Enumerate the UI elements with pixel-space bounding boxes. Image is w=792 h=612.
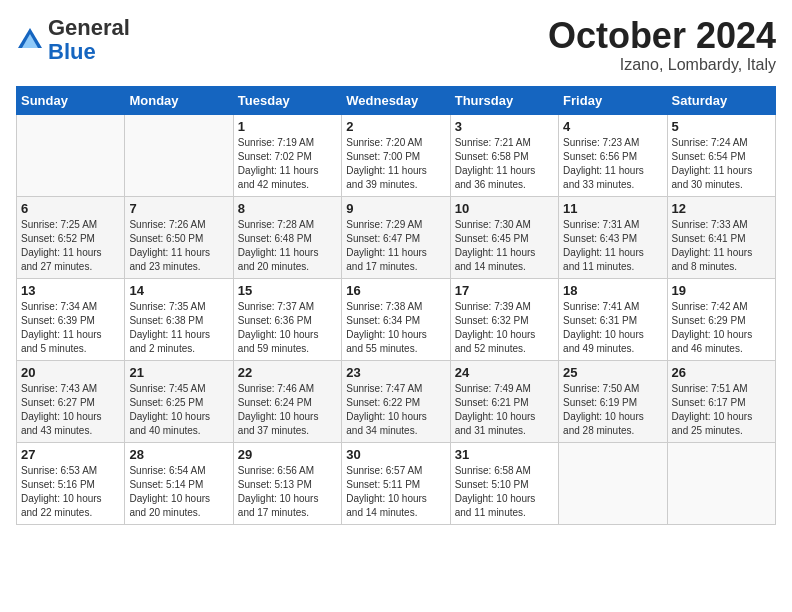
day-detail: Sunrise: 7:37 AM Sunset: 6:36 PM Dayligh… — [238, 300, 337, 356]
calendar-week-row: 13Sunrise: 7:34 AM Sunset: 6:39 PM Dayli… — [17, 278, 776, 360]
calendar-cell: 27Sunrise: 6:53 AM Sunset: 5:16 PM Dayli… — [17, 442, 125, 524]
weekday-header-cell: Tuesday — [233, 86, 341, 114]
calendar-cell: 21Sunrise: 7:45 AM Sunset: 6:25 PM Dayli… — [125, 360, 233, 442]
calendar-cell: 16Sunrise: 7:38 AM Sunset: 6:34 PM Dayli… — [342, 278, 450, 360]
calendar-cell: 29Sunrise: 6:56 AM Sunset: 5:13 PM Dayli… — [233, 442, 341, 524]
day-detail: Sunrise: 7:26 AM Sunset: 6:50 PM Dayligh… — [129, 218, 228, 274]
calendar-cell: 13Sunrise: 7:34 AM Sunset: 6:39 PM Dayli… — [17, 278, 125, 360]
day-detail: Sunrise: 7:47 AM Sunset: 6:22 PM Dayligh… — [346, 382, 445, 438]
day-number: 23 — [346, 365, 445, 380]
day-number: 25 — [563, 365, 662, 380]
logo-text: General Blue — [48, 16, 130, 64]
day-detail: Sunrise: 7:33 AM Sunset: 6:41 PM Dayligh… — [672, 218, 771, 274]
weekday-header-cell: Thursday — [450, 86, 558, 114]
calendar-cell: 3Sunrise: 7:21 AM Sunset: 6:58 PM Daylig… — [450, 114, 558, 196]
calendar-cell: 23Sunrise: 7:47 AM Sunset: 6:22 PM Dayli… — [342, 360, 450, 442]
day-number: 13 — [21, 283, 120, 298]
day-number: 26 — [672, 365, 771, 380]
day-number: 8 — [238, 201, 337, 216]
day-number: 29 — [238, 447, 337, 462]
weekday-header-cell: Sunday — [17, 86, 125, 114]
day-number: 18 — [563, 283, 662, 298]
day-detail: Sunrise: 7:29 AM Sunset: 6:47 PM Dayligh… — [346, 218, 445, 274]
weekday-header-row: SundayMondayTuesdayWednesdayThursdayFrid… — [17, 86, 776, 114]
day-number: 21 — [129, 365, 228, 380]
calendar-cell: 1Sunrise: 7:19 AM Sunset: 7:02 PM Daylig… — [233, 114, 341, 196]
calendar-cell: 30Sunrise: 6:57 AM Sunset: 5:11 PM Dayli… — [342, 442, 450, 524]
calendar-cell: 31Sunrise: 6:58 AM Sunset: 5:10 PM Dayli… — [450, 442, 558, 524]
day-detail: Sunrise: 7:42 AM Sunset: 6:29 PM Dayligh… — [672, 300, 771, 356]
calendar-week-row: 1Sunrise: 7:19 AM Sunset: 7:02 PM Daylig… — [17, 114, 776, 196]
day-detail: Sunrise: 7:46 AM Sunset: 6:24 PM Dayligh… — [238, 382, 337, 438]
calendar-cell: 6Sunrise: 7:25 AM Sunset: 6:52 PM Daylig… — [17, 196, 125, 278]
day-detail: Sunrise: 7:43 AM Sunset: 6:27 PM Dayligh… — [21, 382, 120, 438]
day-number: 22 — [238, 365, 337, 380]
page-header: General Blue October 2024 Izano, Lombard… — [16, 16, 776, 74]
calendar-cell: 26Sunrise: 7:51 AM Sunset: 6:17 PM Dayli… — [667, 360, 775, 442]
logo-blue: Blue — [48, 39, 96, 64]
day-detail: Sunrise: 7:35 AM Sunset: 6:38 PM Dayligh… — [129, 300, 228, 356]
calendar-cell: 17Sunrise: 7:39 AM Sunset: 6:32 PM Dayli… — [450, 278, 558, 360]
day-number: 3 — [455, 119, 554, 134]
calendar-cell: 28Sunrise: 6:54 AM Sunset: 5:14 PM Dayli… — [125, 442, 233, 524]
calendar-week-row: 27Sunrise: 6:53 AM Sunset: 5:16 PM Dayli… — [17, 442, 776, 524]
weekday-header-cell: Monday — [125, 86, 233, 114]
day-number: 1 — [238, 119, 337, 134]
calendar-cell: 14Sunrise: 7:35 AM Sunset: 6:38 PM Dayli… — [125, 278, 233, 360]
day-detail: Sunrise: 7:38 AM Sunset: 6:34 PM Dayligh… — [346, 300, 445, 356]
calendar-cell: 8Sunrise: 7:28 AM Sunset: 6:48 PM Daylig… — [233, 196, 341, 278]
day-number: 16 — [346, 283, 445, 298]
weekday-header-cell: Wednesday — [342, 86, 450, 114]
day-number: 2 — [346, 119, 445, 134]
calendar-cell: 20Sunrise: 7:43 AM Sunset: 6:27 PM Dayli… — [17, 360, 125, 442]
day-detail: Sunrise: 7:28 AM Sunset: 6:48 PM Dayligh… — [238, 218, 337, 274]
day-number: 14 — [129, 283, 228, 298]
day-number: 10 — [455, 201, 554, 216]
day-detail: Sunrise: 6:56 AM Sunset: 5:13 PM Dayligh… — [238, 464, 337, 520]
day-detail: Sunrise: 7:23 AM Sunset: 6:56 PM Dayligh… — [563, 136, 662, 192]
day-number: 28 — [129, 447, 228, 462]
day-number: 11 — [563, 201, 662, 216]
day-number: 6 — [21, 201, 120, 216]
day-number: 4 — [563, 119, 662, 134]
day-number: 31 — [455, 447, 554, 462]
calendar-cell: 7Sunrise: 7:26 AM Sunset: 6:50 PM Daylig… — [125, 196, 233, 278]
calendar-week-row: 6Sunrise: 7:25 AM Sunset: 6:52 PM Daylig… — [17, 196, 776, 278]
logo-general: General — [48, 15, 130, 40]
day-detail: Sunrise: 7:25 AM Sunset: 6:52 PM Dayligh… — [21, 218, 120, 274]
logo: General Blue — [16, 16, 130, 64]
day-detail: Sunrise: 7:30 AM Sunset: 6:45 PM Dayligh… — [455, 218, 554, 274]
calendar-body: 1Sunrise: 7:19 AM Sunset: 7:02 PM Daylig… — [17, 114, 776, 524]
day-number: 24 — [455, 365, 554, 380]
day-detail: Sunrise: 7:31 AM Sunset: 6:43 PM Dayligh… — [563, 218, 662, 274]
day-detail: Sunrise: 7:51 AM Sunset: 6:17 PM Dayligh… — [672, 382, 771, 438]
day-detail: Sunrise: 7:34 AM Sunset: 6:39 PM Dayligh… — [21, 300, 120, 356]
logo-icon — [16, 26, 44, 54]
day-detail: Sunrise: 6:58 AM Sunset: 5:10 PM Dayligh… — [455, 464, 554, 520]
calendar-cell: 11Sunrise: 7:31 AM Sunset: 6:43 PM Dayli… — [559, 196, 667, 278]
day-number: 12 — [672, 201, 771, 216]
calendar-cell: 15Sunrise: 7:37 AM Sunset: 6:36 PM Dayli… — [233, 278, 341, 360]
day-detail: Sunrise: 6:53 AM Sunset: 5:16 PM Dayligh… — [21, 464, 120, 520]
calendar-cell: 5Sunrise: 7:24 AM Sunset: 6:54 PM Daylig… — [667, 114, 775, 196]
calendar-cell: 25Sunrise: 7:50 AM Sunset: 6:19 PM Dayli… — [559, 360, 667, 442]
day-detail: Sunrise: 7:21 AM Sunset: 6:58 PM Dayligh… — [455, 136, 554, 192]
day-number: 20 — [21, 365, 120, 380]
day-detail: Sunrise: 7:20 AM Sunset: 7:00 PM Dayligh… — [346, 136, 445, 192]
day-number: 5 — [672, 119, 771, 134]
weekday-header-cell: Friday — [559, 86, 667, 114]
month-title: October 2024 — [548, 16, 776, 56]
day-number: 17 — [455, 283, 554, 298]
calendar-week-row: 20Sunrise: 7:43 AM Sunset: 6:27 PM Dayli… — [17, 360, 776, 442]
day-detail: Sunrise: 7:45 AM Sunset: 6:25 PM Dayligh… — [129, 382, 228, 438]
day-detail: Sunrise: 6:54 AM Sunset: 5:14 PM Dayligh… — [129, 464, 228, 520]
calendar-cell: 9Sunrise: 7:29 AM Sunset: 6:47 PM Daylig… — [342, 196, 450, 278]
day-detail: Sunrise: 7:24 AM Sunset: 6:54 PM Dayligh… — [672, 136, 771, 192]
day-number: 7 — [129, 201, 228, 216]
day-detail: Sunrise: 6:57 AM Sunset: 5:11 PM Dayligh… — [346, 464, 445, 520]
calendar-table: SundayMondayTuesdayWednesdayThursdayFrid… — [16, 86, 776, 525]
calendar-cell — [125, 114, 233, 196]
calendar-cell: 12Sunrise: 7:33 AM Sunset: 6:41 PM Dayli… — [667, 196, 775, 278]
day-number: 27 — [21, 447, 120, 462]
calendar-cell: 4Sunrise: 7:23 AM Sunset: 6:56 PM Daylig… — [559, 114, 667, 196]
